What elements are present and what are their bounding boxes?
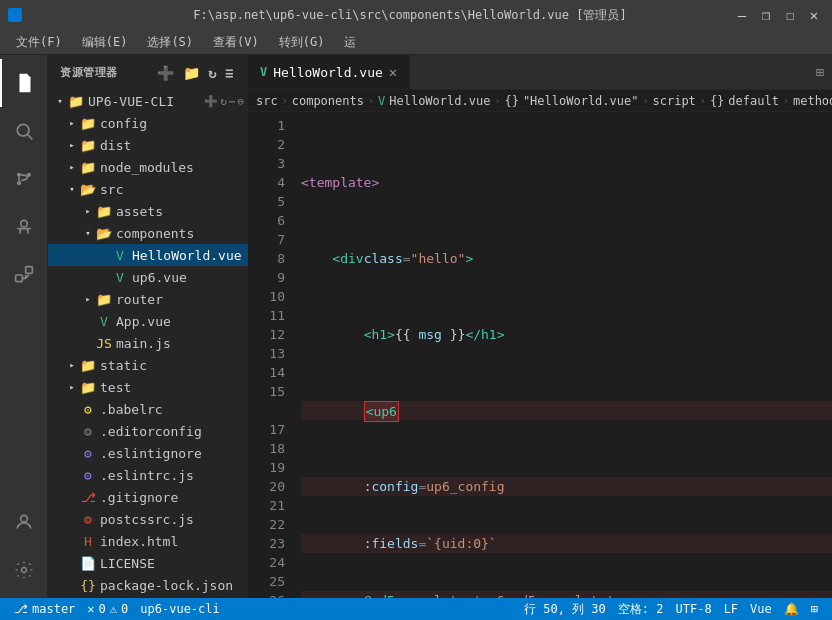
activity-debug[interactable] [0, 203, 48, 251]
tree-item-helloworld[interactable]: ▸ V HelloWorld.vue [48, 244, 248, 266]
code-editor[interactable]: 1 2 3 4 5 6 7 8 9 10 11 12 13 14 15 17 1… [248, 112, 832, 598]
tab-helloworld[interactable]: V HelloWorld.vue ✕ [248, 55, 410, 89]
title-bar-controls: — ❐ ☐ ✕ [732, 5, 824, 25]
tree-new-icon[interactable]: ➕ [204, 95, 218, 108]
tree-label-up6vue: up6.vue [132, 270, 187, 285]
breadcrumb-default[interactable]: default [728, 94, 779, 108]
file-babelrc-icon: ⚙ [80, 401, 96, 417]
menu-view[interactable]: 查看(V) [205, 32, 267, 53]
tree-label-src: src [100, 182, 123, 197]
bell-icon: 🔔 [784, 602, 799, 616]
title-bar: F:\asp.net\up6-vue-cli\src\components\He… [0, 0, 832, 30]
refresh-icon[interactable]: ↻ [206, 63, 219, 83]
breadcrumb-components[interactable]: components [292, 94, 364, 108]
code-content[interactable]: <template> <div class="hello"> <h1>{{ ms… [293, 112, 832, 598]
tab-close-button[interactable]: ✕ [389, 65, 397, 79]
svg-line-4 [27, 135, 32, 140]
menu-edit[interactable]: 编辑(E) [74, 32, 136, 53]
tree-item-editorconfig[interactable]: ▸ ⚙ .editorconfig [48, 420, 248, 442]
split-editor-button[interactable]: ⊞ [808, 55, 832, 89]
status-spaces[interactable]: 空格: 2 [612, 598, 670, 620]
tree-item-main[interactable]: ▸ JS main.js [48, 332, 248, 354]
menu-run[interactable]: 运 [336, 32, 364, 53]
status-layout[interactable]: ⊞ [805, 598, 824, 620]
status-position[interactable]: 行 50, 列 30 [518, 598, 612, 620]
breadcrumb-brackets2[interactable]: {} [710, 94, 724, 108]
activity-search[interactable] [0, 107, 48, 155]
breadcrumb-src[interactable]: src [256, 94, 278, 108]
tree-item-root[interactable]: ▾ 📁 UP6-VUE-CLI ➕ ↻ ⋯ ⊖ [48, 90, 248, 112]
menu-select[interactable]: 选择(S) [139, 32, 201, 53]
up6-tag-highlight: <up6 [364, 401, 399, 422]
restore-button[interactable]: ❐ [756, 5, 776, 25]
breadcrumb-vue-icon: V [378, 94, 385, 108]
activity-git[interactable] [0, 155, 48, 203]
tree-item-gitignore[interactable]: ▸ ⎇ .gitignore [48, 486, 248, 508]
status-bar: ⎇ master ✕ 0 ⚠ 0 up6-vue-cli 行 50, 列 30 … [0, 598, 832, 620]
tree-refresh-icon[interactable]: ↻ [220, 95, 227, 108]
layout-icon: ⊞ [811, 602, 818, 616]
menu-file[interactable]: 文件(F) [8, 32, 70, 53]
folder-src-icon: 📂 [80, 181, 96, 197]
tree-item-assets[interactable]: ▸ 📁 assets [48, 200, 248, 222]
status-active-file[interactable]: up6-vue-cli [134, 598, 225, 620]
tree-item-components[interactable]: ▾ 📂 components [48, 222, 248, 244]
tree-item-app[interactable]: ▸ V App.vue [48, 310, 248, 332]
breadcrumb-helloworld[interactable]: HelloWorld.vue [389, 94, 490, 108]
collapse-icon[interactable]: ≡ [223, 63, 236, 83]
tree-more-icon[interactable]: ⋯ [229, 95, 236, 108]
tree-item-pkglock[interactable]: ▸ {} package-lock.json [48, 574, 248, 596]
maximize-button[interactable]: ☐ [780, 5, 800, 25]
tree-item-router[interactable]: ▸ 📁 router [48, 288, 248, 310]
close-button[interactable]: ✕ [804, 5, 824, 25]
tree-item-dist[interactable]: ▸ 📁 dist [48, 134, 248, 156]
activity-settings[interactable] [0, 546, 48, 594]
tree-label-license: LICENSE [100, 556, 155, 571]
tree-item-license[interactable]: ▸ 📄 LICENSE [48, 552, 248, 574]
tree-arrow-components: ▾ [80, 225, 96, 241]
status-encoding[interactable]: UTF-8 [670, 598, 718, 620]
tree-label-eslintrc: .eslintrc.js [100, 468, 194, 483]
tree-item-indexhtml[interactable]: ▸ H index.html [48, 530, 248, 552]
tree-item-postcssrc[interactable]: ▸ ⚙ postcssrc.js [48, 508, 248, 530]
tree-item-config[interactable]: ▸ 📁 config [48, 112, 248, 134]
status-bell[interactable]: 🔔 [778, 598, 805, 620]
activity-explorer[interactable] [0, 59, 48, 107]
svg-rect-0 [16, 72, 17, 90]
tree-item-babelrc[interactable]: ▸ ⚙ .babelrc [48, 398, 248, 420]
new-folder-icon[interactable]: 📁 [181, 63, 203, 83]
tree-item-eslintrc[interactable]: ▸ ⚙ .eslintrc.js [48, 464, 248, 486]
breadcrumb-script[interactable]: script [653, 94, 696, 108]
tree-label-components: components [116, 226, 194, 241]
tree-item-pkg[interactable]: ▸ {} package.json [48, 596, 248, 598]
tree-label-main: main.js [116, 336, 171, 351]
folder-dist-icon: 📁 [80, 137, 96, 153]
menu-goto[interactable]: 转到(G) [271, 32, 333, 53]
tree-item-test[interactable]: ▸ 📁 test [48, 376, 248, 398]
tree-item-static[interactable]: ▸ 📁 static [48, 354, 248, 376]
error-count: 0 [99, 602, 106, 616]
minimize-button[interactable]: — [732, 5, 752, 25]
tree-label-test: test [100, 380, 131, 395]
breadcrumb-brackets[interactable]: {} [504, 94, 518, 108]
code-line-5: :config=up6_config [301, 477, 832, 496]
tree-item-eslintignore[interactable]: ▸ ⚙ .eslintignore [48, 442, 248, 464]
status-errors[interactable]: ✕ 0 ⚠ 0 [81, 598, 134, 620]
breadcrumb-methods[interactable]: methods [793, 94, 832, 108]
tree-item-up6vue[interactable]: ▸ V up6.vue [48, 266, 248, 288]
active-file-label: up6-vue-cli [140, 602, 219, 616]
tree-item-src[interactable]: ▾ 📂 src [48, 178, 248, 200]
breadcrumb-helloworld2[interactable]: "HelloWorld.vue" [523, 94, 639, 108]
status-language[interactable]: Vue [744, 598, 778, 620]
position-label: 行 50, 列 30 [524, 601, 606, 618]
status-branch[interactable]: ⎇ master [8, 598, 81, 620]
activity-account[interactable] [0, 498, 48, 546]
warning-icon: ⚠ [110, 602, 117, 616]
activity-extensions[interactable] [0, 251, 48, 299]
status-line-ending[interactable]: LF [718, 598, 744, 620]
new-file-icon[interactable]: ➕ [155, 63, 177, 83]
tree-arrow-test: ▸ [64, 379, 80, 395]
tree-label-eslintignore: .eslintignore [100, 446, 202, 461]
tree-collapse-icon[interactable]: ⊖ [237, 95, 244, 108]
tree-item-node-modules[interactable]: ▸ 📁 node_modules [48, 156, 248, 178]
